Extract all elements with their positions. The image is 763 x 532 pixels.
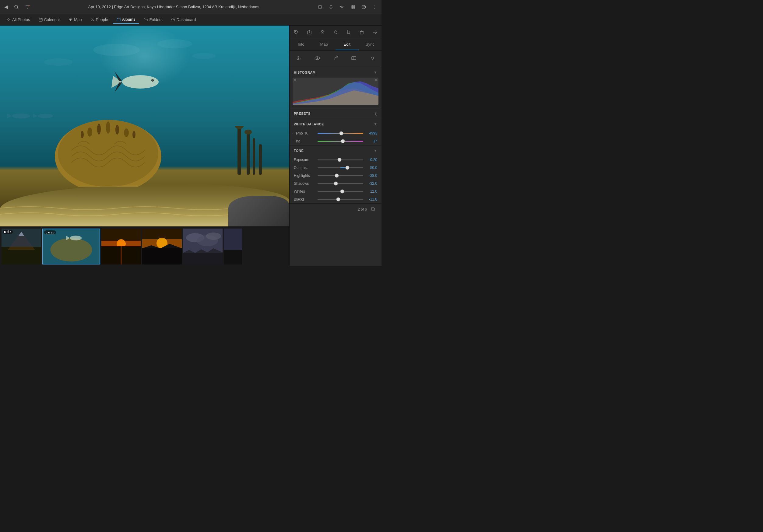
whites-label: Whites <box>294 189 315 194</box>
search-button[interactable] <box>13 3 20 11</box>
nav-map[interactable]: Map <box>65 16 85 24</box>
delete-button[interactable] <box>358 28 366 37</box>
temp-slider-row: Temp °K 4993 <box>289 130 382 137</box>
svg-point-25 <box>70 19 71 20</box>
highlights-value: -28.0 <box>366 173 377 178</box>
photo-view[interactable] <box>0 26 289 226</box>
svg-rect-82 <box>142 248 182 264</box>
svg-point-54 <box>133 131 136 138</box>
shadows-slider[interactable] <box>318 183 363 184</box>
left-panel: ▶9♪ 3★9♪ <box>0 26 289 266</box>
rotate-button[interactable] <box>331 28 340 37</box>
blacks-slider[interactable] <box>318 199 363 200</box>
nav-dashboard[interactable]: Dashboard <box>167 16 200 24</box>
nav-all-photos[interactable]: All Photos <box>3 16 34 24</box>
presets-header[interactable]: PRESETS ❮ <box>289 108 382 119</box>
histogram-container[interactable] <box>292 78 379 105</box>
svg-point-118 <box>316 57 318 59</box>
page-indicator: 2 of 6 <box>358 207 367 212</box>
reset-button[interactable] <box>368 53 377 64</box>
svg-line-112 <box>297 56 298 57</box>
preview-button[interactable] <box>313 53 322 64</box>
highlights-thumb[interactable] <box>335 174 339 178</box>
exposure-slider[interactable] <box>318 159 363 160</box>
nav-calendar[interactable]: Calendar <box>35 16 64 24</box>
svg-point-30 <box>172 19 173 20</box>
paint-button[interactable] <box>331 53 340 64</box>
tint-thumb[interactable] <box>341 139 345 143</box>
svg-point-35 <box>44 58 73 66</box>
shadows-thumb[interactable] <box>334 182 338 186</box>
wb-chevron: ▼ <box>374 122 377 126</box>
nav-albums[interactable]: Albums <box>113 16 139 24</box>
presets-section: PRESETS ❮ <box>289 108 382 119</box>
notification-button[interactable] <box>327 3 335 11</box>
svg-line-115 <box>297 59 298 60</box>
filmstrip-thumb-5[interactable] <box>183 228 223 264</box>
bottom-bar: 2 of 6 <box>289 204 382 215</box>
whites-slider[interactable] <box>318 191 363 192</box>
more-panel-button[interactable] <box>371 28 379 37</box>
highlights-slider[interactable] <box>318 175 363 176</box>
filmstrip-thumb-2[interactable]: 3★9♪ <box>42 228 100 264</box>
filmstrip-thumb-1[interactable]: ▶9♪ <box>2 228 41 264</box>
back-button[interactable]: ◀ <box>3 3 9 11</box>
tab-sync[interactable]: Sync <box>359 39 382 50</box>
main-layout: ▶9♪ 3★9♪ <box>0 26 382 266</box>
thumb-label-1: ▶9♪ <box>3 230 13 234</box>
svg-marker-37 <box>7 114 12 119</box>
contrast-thumb[interactable] <box>345 166 349 170</box>
tab-info[interactable]: Info <box>289 39 313 50</box>
histogram-header[interactable]: HISTOGRAM ▼ <box>289 67 382 78</box>
blacks-thumb[interactable] <box>336 198 340 202</box>
svg-line-1 <box>17 8 19 9</box>
underwater-scene <box>0 26 289 226</box>
tint-slider-row: Tint 17 <box>289 137 382 145</box>
filmstrip-thumb-3[interactable] <box>101 228 141 264</box>
panel-toolbar <box>289 26 382 39</box>
filmstrip-thumb-6[interactable] <box>224 228 242 264</box>
exposure-value: -0.20 <box>366 158 377 162</box>
export-button[interactable] <box>305 28 314 37</box>
contrast-slider[interactable] <box>318 167 363 168</box>
svg-point-53 <box>81 131 84 138</box>
histogram-section: HISTOGRAM ▼ <box>289 67 382 108</box>
whites-thumb[interactable] <box>340 190 344 194</box>
tint-slider[interactable] <box>318 141 363 142</box>
svg-rect-18 <box>7 20 8 21</box>
tone-header[interactable]: TONE ▼ <box>289 145 382 156</box>
contrast-label: Contrast <box>294 166 315 170</box>
blacks-label: Blacks <box>294 197 315 202</box>
svg-point-36 <box>12 114 30 119</box>
filter-button[interactable] <box>24 3 31 11</box>
split-view-button[interactable] <box>349 53 358 64</box>
crop-button[interactable] <box>344 28 353 37</box>
nav-people[interactable]: People <box>87 16 112 24</box>
temp-thumb[interactable] <box>340 132 343 135</box>
copy-settings-button[interactable] <box>369 206 377 213</box>
activity-button[interactable] <box>338 3 346 11</box>
svg-point-27 <box>92 18 93 20</box>
exposure-thumb[interactable] <box>338 158 342 162</box>
svg-rect-120 <box>336 56 338 57</box>
whites-row: Whites 12.0 <box>289 188 382 195</box>
temp-slider[interactable] <box>318 133 363 134</box>
svg-rect-102 <box>360 31 363 34</box>
layout-button[interactable] <box>349 3 357 11</box>
filmstrip-thumb-4[interactable] <box>142 228 182 264</box>
tab-map[interactable]: Map <box>313 39 336 50</box>
svg-point-52 <box>124 129 129 137</box>
nav-folders[interactable]: Folders <box>140 16 166 24</box>
add-button[interactable] <box>316 3 324 11</box>
svg-rect-58 <box>259 144 262 175</box>
more-button[interactable]: ⋮ <box>371 3 379 11</box>
tab-edit[interactable]: Edit <box>336 39 359 50</box>
svg-rect-17 <box>9 18 10 19</box>
svg-rect-28 <box>117 18 120 21</box>
auto-enhance-button[interactable] <box>294 53 303 64</box>
svg-line-114 <box>300 56 300 57</box>
tag-button[interactable] <box>292 28 300 37</box>
people-button[interactable] <box>318 28 327 37</box>
help-button[interactable]: ? <box>360 3 368 11</box>
wb-header[interactable]: WHITE BALANCE ▼ <box>289 119 382 130</box>
